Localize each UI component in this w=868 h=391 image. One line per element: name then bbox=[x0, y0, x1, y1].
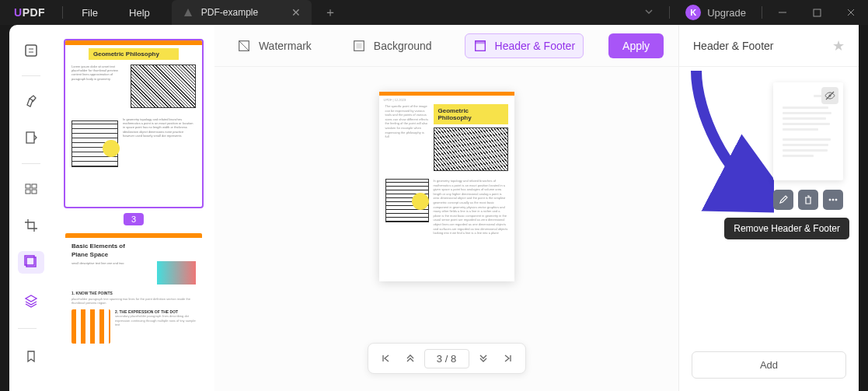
decoration bbox=[412, 193, 429, 210]
document-tab[interactable]: PDF-example ✕ bbox=[172, 0, 312, 25]
upgrade-button[interactable]: K Upgrade bbox=[673, 5, 758, 20]
decoration bbox=[783, 112, 831, 114]
thumb-image bbox=[157, 261, 196, 285]
decoration bbox=[65, 40, 202, 45]
thumbnail-badge: 3 bbox=[124, 213, 144, 225]
preset-actions bbox=[773, 190, 843, 210]
thumb-text: In geometry topology and related branche… bbox=[123, 117, 196, 170]
page-tools-icon[interactable] bbox=[18, 251, 44, 274]
menu-file[interactable]: File bbox=[66, 0, 113, 25]
page-preview: UPDF | 12.2023 The specific point of the… bbox=[379, 92, 514, 281]
page-tools-bar: Watermark Background Header & Footer App… bbox=[214, 25, 678, 67]
page-navigator: 3 / 8 bbox=[368, 343, 526, 374]
last-page-icon[interactable] bbox=[497, 347, 519, 369]
main-area: Geometric Philosophy Lorem ipsum dolor s… bbox=[9, 25, 859, 391]
decoration bbox=[65, 233, 202, 238]
reader-tool-icon[interactable] bbox=[18, 39, 44, 61]
thumbnail-page-3[interactable]: Geometric Philosophy Lorem ipsum dolor s… bbox=[64, 39, 204, 208]
svg-rect-9 bbox=[26, 190, 30, 194]
maximize-icon[interactable] bbox=[800, 0, 834, 25]
page-header-text: UPDF | 12.2023 bbox=[379, 96, 514, 104]
thumb-text: small descriptive text line one and two bbox=[71, 261, 152, 285]
svg-rect-16 bbox=[356, 43, 361, 48]
minimize-icon[interactable] bbox=[765, 0, 800, 25]
decoration bbox=[103, 140, 120, 157]
decoration bbox=[783, 155, 814, 157]
svg-rect-18 bbox=[475, 40, 485, 44]
svg-point-22 bbox=[832, 199, 834, 201]
favorite-icon[interactable]: ★ bbox=[832, 37, 845, 54]
svg-rect-10 bbox=[32, 190, 37, 194]
page-text: The specific point of the image can be e… bbox=[385, 104, 429, 171]
thumb-text: secondary placeholder paragraph lines de… bbox=[115, 314, 196, 326]
visibility-toggle-icon[interactable] bbox=[821, 87, 838, 104]
background-icon bbox=[352, 39, 366, 53]
header-footer-tool[interactable]: Header & Footer bbox=[465, 33, 584, 58]
decoration bbox=[783, 144, 828, 146]
separator bbox=[62, 6, 63, 19]
crop-tool-icon[interactable] bbox=[18, 215, 44, 237]
header-footer-panel: Header & Footer ★ bbox=[678, 25, 859, 391]
background-tool[interactable]: Background bbox=[344, 34, 440, 58]
close-tab-icon[interactable]: ✕ bbox=[290, 6, 302, 19]
thumb-text: Lorem ipsum dolor sit amet text placehol… bbox=[71, 65, 126, 108]
thumb-heading: Plane Space bbox=[71, 251, 196, 258]
svg-rect-8 bbox=[32, 184, 37, 188]
avatar: K bbox=[685, 5, 701, 20]
decoration bbox=[783, 123, 830, 125]
titlebar-right: K Upgrade bbox=[632, 0, 868, 25]
decoration bbox=[783, 149, 828, 152]
header-footer-preset[interactable] bbox=[773, 82, 843, 180]
separator bbox=[22, 75, 40, 76]
add-tab-button[interactable]: ＋ bbox=[312, 0, 349, 25]
bookmark-icon[interactable] bbox=[18, 343, 44, 369]
edit-preset-button[interactable] bbox=[773, 190, 793, 210]
svg-rect-2 bbox=[814, 9, 821, 16]
layers-icon[interactable] bbox=[18, 288, 44, 314]
title-bar: UPDF File Help PDF-example ✕ ＋ K Upgrade bbox=[0, 0, 868, 25]
separator bbox=[18, 328, 37, 329]
header-footer-icon bbox=[473, 39, 487, 53]
tabs-dropdown-icon[interactable] bbox=[632, 7, 666, 19]
add-header-footer-button[interactable]: Add bbox=[692, 351, 846, 379]
delete-preset-button[interactable] bbox=[798, 190, 818, 210]
watermark-label: Watermark bbox=[259, 40, 312, 52]
tab-title: PDF-example bbox=[201, 7, 290, 18]
menu-file-label: File bbox=[82, 7, 98, 19]
separator bbox=[669, 6, 670, 19]
thumb-image bbox=[131, 65, 196, 108]
thumbnail-wrap: Geometric Philosophy Lorem ipsum dolor s… bbox=[64, 39, 204, 208]
prev-page-icon[interactable] bbox=[399, 347, 421, 369]
logo-pdf: PDF bbox=[23, 6, 46, 19]
page-image bbox=[434, 127, 508, 171]
next-page-icon[interactable] bbox=[472, 347, 494, 369]
separator bbox=[762, 6, 762, 19]
thumb-section: 1. KNOW THE POINTS bbox=[71, 291, 196, 295]
page-display[interactable]: 3 / 8 bbox=[424, 349, 469, 368]
svg-point-23 bbox=[835, 199, 837, 201]
upgrade-label: Upgrade bbox=[707, 7, 746, 19]
edit-tool-icon[interactable] bbox=[18, 127, 44, 149]
close-window-icon[interactable] bbox=[834, 0, 868, 25]
decoration bbox=[783, 138, 831, 141]
watermark-tool[interactable]: Watermark bbox=[229, 34, 319, 58]
panel-title: Header & Footer bbox=[693, 40, 774, 52]
rail-bottom bbox=[18, 288, 44, 383]
thumb-image bbox=[71, 309, 110, 344]
menu-help[interactable]: Help bbox=[113, 0, 166, 25]
highlighter-tool-icon[interactable] bbox=[18, 90, 44, 113]
apply-button[interactable]: Apply bbox=[608, 33, 664, 58]
svg-point-21 bbox=[829, 199, 831, 201]
thumbnail-page-4[interactable]: Basic Elements of Plane Space small desc… bbox=[64, 232, 204, 387]
document-view: Watermark Background Header & Footer App… bbox=[214, 25, 678, 391]
thumbnail-panel: Geometric Philosophy Lorem ipsum dolor s… bbox=[53, 25, 214, 391]
add-label: Add bbox=[760, 359, 778, 371]
decoration bbox=[783, 117, 826, 120]
first-page-icon[interactable] bbox=[375, 347, 396, 369]
organize-tool-icon[interactable] bbox=[18, 178, 44, 201]
thumb-heading: Geometric Philosophy bbox=[89, 48, 179, 60]
logo-u: U bbox=[14, 6, 23, 19]
more-preset-button[interactable] bbox=[823, 190, 843, 210]
panel-header: Header & Footer ★ bbox=[679, 25, 859, 67]
svg-rect-3 bbox=[26, 45, 37, 56]
